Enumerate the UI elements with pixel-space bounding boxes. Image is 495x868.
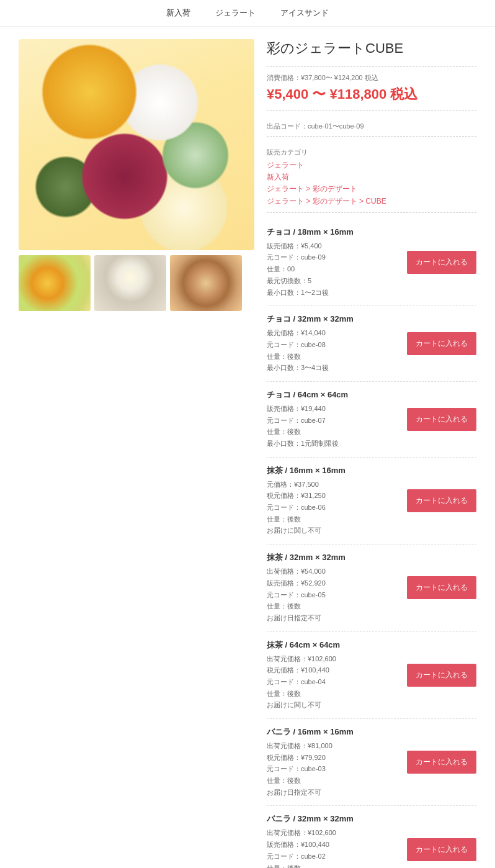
thumbnail-3[interactable] xyxy=(170,255,242,311)
variant-info-5: 出荷元価格：¥102,600税元価格：¥100,440元コード：cube-04仕… xyxy=(267,653,399,711)
nav-ice-sand[interactable]: アイスサンド xyxy=(280,7,329,19)
variant-name-7: バニラ / 32mm × 32mm xyxy=(267,813,399,825)
variant-details-2: チョコ / 64cm × 64cm販売価格：¥19,440元コード：cube-0… xyxy=(267,389,399,450)
add-to-cart-btn-6[interactable]: カートに入れる xyxy=(407,751,476,774)
variant-item-3: 抹茶 / 16mm × 16mm元価格：¥37,500税元価格：¥31,250元… xyxy=(267,458,476,545)
add-to-cart-btn-1[interactable]: カートに入れる xyxy=(407,332,476,355)
variant-details-3: 抹茶 / 16mm × 16mm元価格：¥37,500税元価格：¥31,250元… xyxy=(267,465,399,536)
add-to-cart-btn-7[interactable]: カートに入れる xyxy=(407,838,476,861)
variant-details-0: チョコ / 18mm × 16mm販売価格：¥5,400元コード：cube-09… xyxy=(267,227,399,298)
category-link-gelato[interactable]: ジェラート xyxy=(267,160,476,171)
thumbnail-1[interactable] xyxy=(19,255,91,311)
category-link-dessert[interactable]: ジェラート > 彩のデザート xyxy=(267,183,476,195)
add-to-cart-btn-0[interactable]: カートに入れる xyxy=(407,251,476,274)
main-product-image xyxy=(19,39,254,250)
variant-name-1: チョコ / 32mm × 32mm xyxy=(267,314,399,325)
product-title: 彩のジェラートCUBE xyxy=(267,39,476,58)
thumbnail-row xyxy=(19,255,254,311)
product-code: 出品コード：cube-01〜cube-09 xyxy=(267,117,476,137)
original-price: 消費価格：¥37,800〜 ¥124,200 税込 xyxy=(267,73,476,83)
variant-info-6: 出荷元価格：¥81,000税元価格：¥79,920元コード：cube-03仕量：… xyxy=(267,740,399,798)
variants-section: チョコ / 18mm × 16mm販売価格：¥5,400元コード：cube-09… xyxy=(267,219,476,868)
variant-info-0: 販売価格：¥5,400元コード：cube-09仕量：00最元切換数：5最小口数：… xyxy=(267,240,399,298)
variant-name-4: 抹茶 / 32mm × 32mm xyxy=(267,552,399,563)
variant-name-6: バニラ / 16mm × 16mm xyxy=(267,726,399,738)
variant-name-2: チョコ / 64cm × 64cm xyxy=(267,389,399,400)
variant-details-1: チョコ / 32mm × 32mm最元価格：¥14,040元コード：cube-0… xyxy=(267,314,399,374)
variant-info-3: 元価格：¥37,500税元価格：¥31,250元コード：cube-06仕量：後数… xyxy=(267,479,399,536)
add-to-cart-btn-5[interactable]: カートに入れる xyxy=(407,664,476,687)
current-price: ¥5,400 〜 ¥118,800 税込 xyxy=(267,85,476,104)
category-link-new[interactable]: 新入荷 xyxy=(267,171,476,183)
category-label: 販売カテゴリ xyxy=(267,148,476,157)
category-link-cube[interactable]: ジェラート > 彩のデザート > CUBE xyxy=(267,196,476,207)
variant-name-3: 抹茶 / 16mm × 16mm xyxy=(267,465,399,476)
variant-item-0: チョコ / 18mm × 16mm販売価格：¥5,400元コード：cube-09… xyxy=(267,219,476,306)
product-images xyxy=(19,39,254,868)
add-to-cart-btn-4[interactable]: カートに入れる xyxy=(407,576,476,599)
variant-item-5: 抹茶 / 64cm × 64cm出荷元価格：¥102,600税元価格：¥100,… xyxy=(267,632,476,719)
add-to-cart-btn-2[interactable]: カートに入れる xyxy=(407,408,476,431)
nav-gelato[interactable]: ジェラート xyxy=(215,7,256,19)
price-section: 消費価格：¥37,800〜 ¥124,200 税込 ¥5,400 〜 ¥118,… xyxy=(267,66,476,111)
variant-details-5: 抹茶 / 64cm × 64cm出荷元価格：¥102,600税元価格：¥100,… xyxy=(267,640,399,711)
nav-new-arrival[interactable]: 新入荷 xyxy=(166,7,190,19)
variant-info-7: 出荷元価格：¥102,600販売価格：¥100,440元コード：cube-02仕… xyxy=(267,827,399,868)
variant-info-4: 出荷価格：¥54,000販売価格：¥52,920元コード：cube-05仕量：後… xyxy=(267,566,399,623)
main-nav: 新入荷 ジェラート アイスサンド xyxy=(0,0,495,27)
variant-item-7: バニラ / 32mm × 32mm出荷元価格：¥102,600販売価格：¥100… xyxy=(267,806,476,868)
variant-details-7: バニラ / 32mm × 32mm出荷元価格：¥102,600販売価格：¥100… xyxy=(267,813,399,868)
variant-info-1: 最元価格：¥14,040元コード：cube-08仕量：後数最小口数：3〜4コ後 xyxy=(267,327,399,374)
thumbnail-2[interactable] xyxy=(94,255,166,311)
variant-name-5: 抹茶 / 64cm × 64cm xyxy=(267,640,399,651)
variant-details-6: バニラ / 16mm × 16mm出荷元価格：¥81,000税元価格：¥79,9… xyxy=(267,726,399,798)
variant-item-4: 抹茶 / 32mm × 32mm出荷価格：¥54,000販売価格：¥52,920… xyxy=(267,545,476,631)
product-info: 彩のジェラートCUBE 消費価格：¥37,800〜 ¥124,200 税込 ¥5… xyxy=(267,39,476,868)
product-container: 彩のジェラートCUBE 消費価格：¥37,800〜 ¥124,200 税込 ¥5… xyxy=(0,27,495,868)
variant-item-2: チョコ / 64cm × 64cm販売価格：¥19,440元コード：cube-0… xyxy=(267,382,476,458)
variant-info-2: 販売価格：¥19,440元コード：cube-07仕量：後数最小口数：1元間制限後 xyxy=(267,403,399,450)
variant-item-1: チョコ / 32mm × 32mm最元価格：¥14,040元コード：cube-0… xyxy=(267,306,476,382)
variant-details-4: 抹茶 / 32mm × 32mm出荷価格：¥54,000販売価格：¥52,920… xyxy=(267,552,399,623)
variant-item-6: バニラ / 16mm × 16mm出荷元価格：¥81,000税元価格：¥79,9… xyxy=(267,719,476,806)
variant-name-0: チョコ / 18mm × 16mm xyxy=(267,227,399,238)
category-section: 販売カテゴリ ジェラート 新入荷 ジェラート > 彩のデザート ジェラート > … xyxy=(267,143,476,213)
add-to-cart-btn-3[interactable]: カートに入れる xyxy=(407,489,476,512)
